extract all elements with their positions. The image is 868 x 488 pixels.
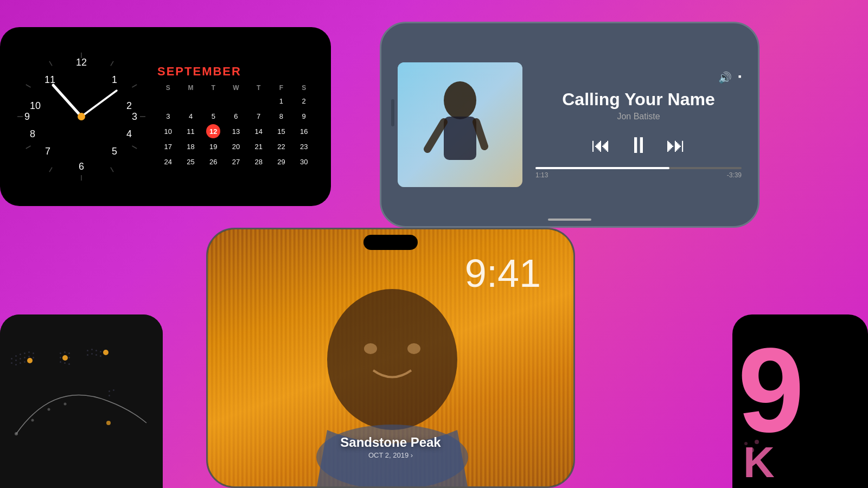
svg-point-28 bbox=[444, 81, 476, 119]
svg-text:5: 5 bbox=[112, 146, 117, 157]
cal-day bbox=[252, 94, 266, 108]
cal-header-wed: W bbox=[225, 83, 247, 93]
cal-day: 8 bbox=[274, 109, 288, 123]
music-top-icons: 🔊 ▪ bbox=[535, 71, 742, 84]
svg-rect-52 bbox=[60, 357, 61, 358]
cal-day: 27 bbox=[229, 155, 243, 169]
svg-text:4: 4 bbox=[126, 129, 132, 139]
cal-day: 4 bbox=[184, 109, 198, 123]
svg-rect-65 bbox=[95, 354, 97, 356]
svg-rect-35 bbox=[20, 354, 21, 355]
artist-name: Jon Batiste bbox=[617, 112, 660, 121]
lockscreen-label: Sandstone Peak OCT 2, 2019 › bbox=[340, 435, 441, 459]
svg-point-70 bbox=[27, 358, 33, 363]
calendar-month: SEPTEMBER bbox=[157, 65, 315, 79]
svg-text:2: 2 bbox=[126, 100, 132, 111]
cal-day: 3 bbox=[161, 109, 175, 123]
svg-rect-47 bbox=[24, 361, 25, 363]
cal-day bbox=[184, 94, 198, 108]
cal-day: 25 bbox=[184, 155, 198, 169]
cal-day: 1 bbox=[274, 94, 288, 108]
fast-forward-button[interactable]: ⏭ bbox=[666, 134, 686, 157]
cal-day: 21 bbox=[252, 139, 266, 153]
big-number: 9 bbox=[738, 331, 804, 450]
cal-day: 18 bbox=[184, 139, 198, 153]
cal-header-sat: S bbox=[293, 83, 315, 93]
svg-line-1 bbox=[111, 61, 113, 66]
svg-rect-59 bbox=[91, 349, 93, 350]
svg-point-85 bbox=[744, 442, 748, 445]
cal-day: 6 bbox=[229, 109, 243, 123]
phone-music-body: Infinite bbox=[380, 22, 760, 228]
lockscreen-time: 9:41 bbox=[465, 251, 541, 296]
cal-day: 14 bbox=[252, 124, 266, 138]
svg-point-75 bbox=[31, 419, 34, 422]
clock-calendar-widget: 12 1 2 3 4 5 6 7 8 9 10 11 bbox=[0, 27, 331, 206]
svg-rect-44 bbox=[33, 357, 34, 358]
svg-text:8: 8 bbox=[30, 129, 35, 139]
cal-day bbox=[161, 94, 175, 108]
svg-point-26 bbox=[78, 113, 85, 120]
music-controls[interactable]: ⏮ ⏸ ⏭ bbox=[591, 132, 686, 158]
cal-day: 19 bbox=[206, 139, 220, 153]
svg-rect-32 bbox=[0, 314, 163, 488]
svg-text:3: 3 bbox=[132, 111, 137, 122]
cal-day: 28 bbox=[252, 155, 266, 169]
svg-point-76 bbox=[48, 408, 50, 411]
cal-day: 23 bbox=[297, 139, 311, 153]
cal-day: 2 bbox=[297, 94, 311, 108]
svg-rect-69 bbox=[108, 395, 110, 396]
progress-bar-container[interactable]: 1:13 -3:39 bbox=[535, 167, 742, 179]
cal-day: 17 bbox=[161, 139, 175, 153]
svg-line-25 bbox=[81, 91, 117, 117]
progress-times: 1:13 -3:39 bbox=[535, 171, 742, 179]
cal-header-thu: T bbox=[248, 83, 270, 93]
svg-rect-49 bbox=[60, 352, 61, 354]
number-letter: K bbox=[743, 434, 808, 488]
cal-day: 16 bbox=[297, 124, 311, 138]
svg-rect-46 bbox=[20, 362, 21, 364]
svg-line-24 bbox=[53, 85, 81, 117]
svg-rect-54 bbox=[68, 357, 70, 358]
svg-line-11 bbox=[49, 61, 52, 66]
svg-rect-50 bbox=[64, 351, 66, 353]
cal-day bbox=[206, 94, 220, 108]
time-current: 1:13 bbox=[535, 171, 548, 179]
svg-rect-40 bbox=[15, 359, 17, 361]
album-art: Infinite bbox=[398, 62, 522, 187]
svg-rect-63 bbox=[87, 354, 88, 356]
cal-header-fri: F bbox=[271, 83, 292, 93]
cal-day: 26 bbox=[206, 155, 220, 169]
speaker-icon: 🔊 bbox=[718, 71, 732, 84]
svg-rect-41 bbox=[20, 358, 21, 359]
lockscreen-body: 9:41 Sandstone Peak OCT 2, 2019 › bbox=[206, 228, 575, 488]
svg-rect-37 bbox=[28, 351, 30, 353]
cal-day: 15 bbox=[274, 124, 288, 138]
cal-day: 5 bbox=[206, 109, 220, 123]
worldmap-content bbox=[0, 314, 163, 488]
svg-point-72 bbox=[103, 350, 108, 355]
cal-day-today: 12 bbox=[206, 124, 220, 138]
svg-text:10: 10 bbox=[30, 100, 41, 111]
svg-rect-51 bbox=[68, 352, 70, 354]
world-map-widget bbox=[0, 314, 163, 488]
svg-line-4 bbox=[132, 146, 137, 149]
rewind-button[interactable]: ⏮ bbox=[591, 134, 611, 157]
progress-bar-fill bbox=[535, 167, 669, 169]
pause-button[interactable]: ⏸ bbox=[627, 132, 650, 158]
cal-day bbox=[229, 94, 243, 108]
svg-rect-45 bbox=[15, 364, 17, 365]
lockscreen-phone: 9:41 Sandstone Peak OCT 2, 2019 › bbox=[206, 228, 575, 488]
cal-header-sun: S bbox=[157, 83, 179, 93]
svg-point-77 bbox=[64, 403, 67, 406]
svg-rect-34 bbox=[15, 355, 17, 357]
svg-line-10 bbox=[26, 85, 31, 87]
svg-rect-55 bbox=[60, 361, 61, 363]
time-remaining: -3:39 bbox=[727, 171, 742, 179]
lockscreen-date: OCT 2, 2019 › bbox=[340, 451, 441, 459]
home-indicator bbox=[548, 219, 591, 221]
music-content: Infinite bbox=[398, 62, 742, 187]
svg-rect-61 bbox=[100, 351, 101, 352]
cal-day: 30 bbox=[297, 155, 311, 169]
lockscreen-background: 9:41 Sandstone Peak OCT 2, 2019 › bbox=[208, 229, 573, 486]
